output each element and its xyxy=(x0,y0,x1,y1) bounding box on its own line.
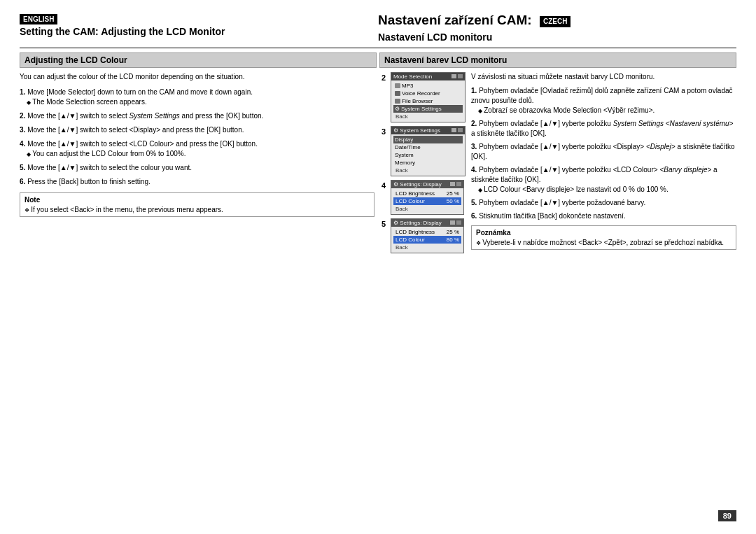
screen-icon xyxy=(450,220,455,225)
right-step-6: 6. Stisknutím tlačítka [Back] dokončete … xyxy=(471,211,736,221)
screen-5-titlebar: ⚙ Settings: Display xyxy=(391,219,463,227)
screens-side: 2 Mode Selection xyxy=(382,72,465,257)
left-intro: You can adjust the colour of the LCD mon… xyxy=(20,72,374,82)
right-step-3: 3. Pohybem ovladače [▲/▼] vyberte položk… xyxy=(471,142,736,162)
screen-icon xyxy=(456,220,461,225)
page-number: 89 xyxy=(718,510,736,521)
mp3-icon xyxy=(395,83,400,88)
section-header-left: Adjusting the LCD Colour xyxy=(20,52,377,68)
voice-icon xyxy=(395,91,400,96)
screen-5-body: LCD Brightness25 % LCD Colour80 % Back xyxy=(391,227,463,253)
right-step-4: 4. Pohybem ovladače [▲/▼] vyberte položk… xyxy=(471,165,736,195)
header-right: Nastavení zařízení CAM: CZECH Nastavení … xyxy=(378,13,736,45)
note-bullet: If you select <Back> in the menu, the pr… xyxy=(24,206,370,213)
screen-icon xyxy=(456,182,461,186)
screen-icon xyxy=(450,182,455,186)
right-column: 2 Mode Selection xyxy=(382,72,736,257)
left-step-6: 6. Press the [Back] button to finish set… xyxy=(20,177,374,187)
left-step-5: 5. Move the [▲/▼] switch to select the c… xyxy=(20,163,374,173)
screen-icon xyxy=(458,128,463,132)
header-title-cz-sub: Nastavení LCD monitoru xyxy=(378,31,492,43)
screen-5: ⚙ Settings: Display LCD Brightness25 % L… xyxy=(391,218,464,253)
screen-2: Mode Selection MP3 xyxy=(391,72,465,122)
screen-2-titlebar: Mode Selection xyxy=(391,73,465,80)
screen-2-row: 2 Mode Selection xyxy=(382,72,465,122)
screen-5-row: 5 ⚙ Settings: Display LCD Brightness25 xyxy=(382,218,465,253)
poznamka-bullet: Vyberete-li v nabídce možnost <Back> <Zp… xyxy=(476,239,732,246)
left-step-4: 4. Move the [▲/▼] switch to select <LCD … xyxy=(20,139,374,159)
right-intro: V závislosti na situaci můžete nastavit … xyxy=(471,72,736,82)
screen-icon xyxy=(458,74,463,78)
screen-2-body: MP3 Voice Recorder File Browser xyxy=(391,80,465,122)
english-badge: ENGLISH xyxy=(20,14,57,24)
screen-3-titlebar: ⚙ System Settings xyxy=(391,127,465,134)
czech-badge: CZECH xyxy=(540,16,570,27)
left-step-3: 3. Move the [▲/▼] switch to select <Disp… xyxy=(20,125,374,135)
screen-icon xyxy=(451,128,456,132)
section-headers: Adjusting the LCD Colour Nastavení barev… xyxy=(20,52,736,68)
right-step-1: 1. Pohybem ovladače [Ovladač režimů] dol… xyxy=(471,86,736,115)
screen-4: ⚙ Settings: Display LCD Brightness25 % L… xyxy=(391,180,464,215)
main-content: You can adjust the colour of the LCD mon… xyxy=(20,72,736,257)
right-main: 2 Mode Selection xyxy=(382,72,736,257)
note-title: Note xyxy=(24,196,370,204)
header-titles: ENGLISH Setting the CAM: Adjusting the L… xyxy=(20,13,736,45)
screen-4-row: 4 ⚙ Settings: Display LCD Brightness25 xyxy=(382,180,465,215)
header: ENGLISH Setting the CAM: Adjusting the L… xyxy=(20,13,736,48)
poznamka-title: Poznámka xyxy=(476,229,732,237)
screen-3-body: Display Date/Time System Memory Back xyxy=(391,134,465,176)
header-title-en: Setting the CAM: Adjusting the LCD Monit… xyxy=(20,26,378,38)
left-step-1: 1. Move [Mode Selector] down to turn on … xyxy=(20,87,374,107)
page: ENGLISH Setting the CAM: Adjusting the L… xyxy=(0,0,756,534)
screen-4-body: LCD Brightness25 % LCD Colour50 % Back xyxy=(391,188,463,214)
left-column: You can adjust the colour of the LCD mon… xyxy=(20,72,374,257)
left-step-2: 2. Move the [▲/▼] switch to select Syste… xyxy=(20,111,374,121)
right-step-5: 5. Pohybem ovladače [▲/▼] vyberte požado… xyxy=(471,198,736,208)
screen-3: ⚙ System Settings Display Date/Time Syst… xyxy=(391,126,465,176)
screen-3-row: 3 ⚙ System Settings Display xyxy=(382,126,465,176)
header-left: ENGLISH Setting the CAM: Adjusting the L… xyxy=(20,13,378,38)
steps-side: V závislosti na situaci můžete nastavit … xyxy=(471,72,736,257)
note-box: Note If you select <Back> in the menu, t… xyxy=(20,192,374,217)
file-icon xyxy=(395,99,400,104)
header-title-cz-main: Nastavení zařízení CAM: CZECH Nastavení … xyxy=(378,13,570,45)
screen-icon xyxy=(451,74,456,78)
poznamka-box: Poznámka Vyberete-li v nabídce možnost <… xyxy=(471,225,736,250)
section-header-right: Nastavení barev LCD monitoru xyxy=(379,52,736,68)
screen-4-titlebar: ⚙ Settings: Display xyxy=(391,181,463,188)
right-step-2: 2. Pohybem ovladače [▲/▼] vyberte položk… xyxy=(471,119,736,139)
